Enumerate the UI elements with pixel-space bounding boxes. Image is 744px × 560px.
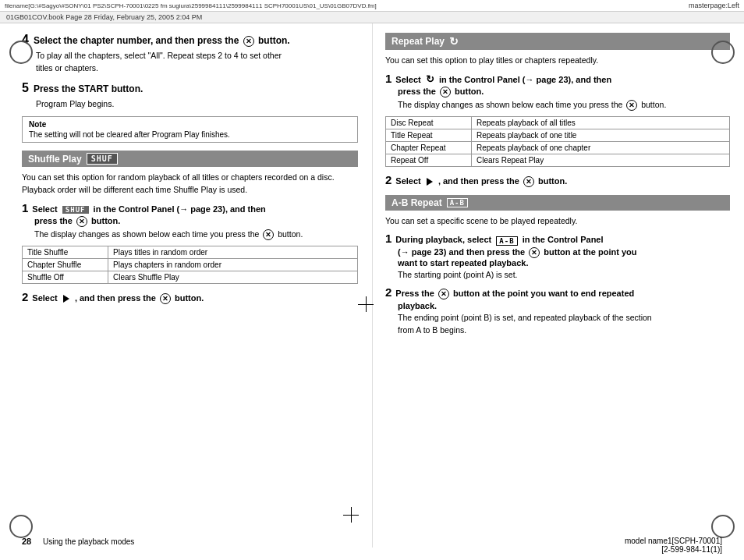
repeat-step-2-heading: 2 Select , and then press the ✕ button. — [385, 173, 730, 187]
footer-left: 28 Using the playback modes — [22, 537, 134, 554]
ab-step-1-text: During playback, select A-B in the Contr… — [395, 235, 603, 245]
shuffle-table: Title ShufflePlays titles in random orde… — [22, 246, 358, 284]
shuffle-title: Shuffle Play — [28, 154, 82, 165]
shuf-x-icon: ✕ — [76, 216, 87, 227]
step-5-heading: 5 Press the START button. — [22, 81, 358, 95]
ab-step-2-body: The ending point (point B) is set, and r… — [398, 312, 730, 337]
step-4-x-icon: ✕ — [243, 36, 254, 47]
deco-circle-bottomleft — [9, 515, 33, 538]
step-5-body: Program Play begins. — [36, 98, 358, 111]
ab-step-1-heading2: (→ page 23) and then press the ✕ button … — [398, 247, 730, 258]
table-cell-col1: Title Shuffle — [23, 246, 108, 258]
masterpage-text: masterpage:Left — [689, 2, 739, 9]
repeat-step-1: 1 Select ↻ in the Control Panel (→ page … — [385, 72, 730, 112]
filename-bar: filename[G:\#Sagyo\#SONY\01 PS2\SCPH-700… — [0, 0, 744, 12]
repeat-curved-icon: ↻ — [426, 73, 434, 85]
note-box: Note The setting will not be cleared aft… — [22, 116, 358, 143]
repeat-table: Disc RepeatRepeats playback of all title… — [385, 116, 730, 167]
table-cell-col1: Title Repeat — [386, 129, 472, 141]
filebar-text: 01GB01COV.book Page 28 Friday, February … — [6, 13, 202, 21]
repeat-step-1-heading2: press the ✕ button. — [398, 87, 730, 97]
shuf-inline-badge: SHUF — [62, 206, 89, 214]
repeat-step-1-num: 1 — [385, 72, 391, 85]
note-label: Note — [29, 120, 351, 129]
repeat-desc: You can set this option to play titles o… — [385, 55, 730, 67]
step-4-heading: 4 Select the chapter number, and then pr… — [22, 33, 358, 47]
table-cell-col2: Plays titles in random order — [108, 246, 358, 258]
ab-step-2-num: 2 — [385, 285, 391, 299]
repeat-step-2: 2 Select , and then press the ✕ button. — [385, 173, 730, 187]
file-bar: 01GB01COV.book Page 28 Friday, February … — [0, 12, 744, 23]
repeat-section: Repeat Play ↻ You can set this option to… — [385, 33, 730, 187]
ab-step-1-body: The starting point (point A) is set. — [398, 269, 730, 282]
step-4: 4 Select the chapter number, and then pr… — [22, 33, 358, 75]
ab-section: A-B Repeat A-B You can set a specific sc… — [385, 195, 730, 337]
repeat-step-1-heading: 1 Select ↻ in the Control Panel (→ page … — [385, 72, 730, 85]
ab-x-icon2: ✕ — [438, 289, 449, 299]
shuffle-step-1-heading: 1 Select SHUF in the Control Panel (→ pa… — [22, 201, 358, 214]
shuffle-step-1-text: Select SHUF in the Control Panel (→ page… — [32, 204, 265, 214]
ab-badge: A-B — [447, 198, 468, 207]
repeat-x-icon3: ✕ — [523, 176, 534, 187]
table-cell-col1: Shuffle Off — [23, 271, 108, 283]
repeat-step-1-text: Select ↻ in the Control Panel (→ page 23… — [395, 73, 611, 85]
table-cell-col2: Repeats playback of all titles — [472, 116, 730, 129]
repeat-x-icon: ✕ — [440, 87, 451, 97]
table-row: Title ShufflePlays titles in random orde… — [23, 246, 358, 258]
table-row: Chapter ShufflePlays chapters in random … — [23, 258, 358, 271]
table-cell-col2: Plays chapters in random order — [108, 258, 358, 271]
shuffle-step-1-heading2: press the ✕ button. — [34, 216, 358, 227]
crosshair-left — [358, 296, 374, 312]
shuffle-step-1-num: 1 — [22, 201, 28, 214]
shuffle-step-2: 2 Select , and then press the ✕ button. — [22, 290, 358, 304]
page-number: 28 — [22, 537, 31, 546]
ab-inline-badge: A-B — [496, 236, 517, 246]
table-row: Disc RepeatRepeats playback of all title… — [386, 116, 730, 129]
shuf-x-icon3: ✕ — [160, 293, 171, 304]
play-icon-repeat — [427, 178, 433, 186]
repeat-step-2-text: Select , and then press the ✕ button. — [395, 176, 567, 187]
table-row: Title RepeatRepeats playback of one titl… — [386, 129, 730, 141]
table-cell-col1: Disc Repeat — [386, 116, 472, 129]
table-cell-col1: Chapter Repeat — [386, 141, 472, 154]
shuffle-section: Shuffle Play SHUF You can set this optio… — [22, 151, 358, 303]
table-cell-col1: Repeat Off — [386, 154, 472, 166]
ab-desc: You can set a specific scene to be playe… — [385, 215, 730, 228]
ab-x-icon: ✕ — [529, 247, 540, 258]
shuf-x-icon2: ✕ — [263, 229, 274, 240]
note-text: The setting will not be cleared after Pr… — [29, 130, 351, 139]
shuffle-step-1-body: The display changes as shown below each … — [34, 229, 358, 241]
shuffle-step-2-text: Select , and then press the ✕ button. — [32, 293, 204, 304]
step-5: 5 Press the START button. Program Play b… — [22, 81, 358, 111]
shuffle-desc: You can set this option for random playb… — [22, 172, 358, 197]
ab-step-2-heading2: playback. — [398, 301, 730, 310]
ab-header: A-B Repeat A-B — [385, 195, 730, 211]
step-4-text: Select the chapter number, and then pres… — [34, 35, 290, 47]
ab-step-1-num: 1 — [385, 232, 391, 245]
step-4-body: To play all the chapters, select "All". … — [36, 50, 358, 75]
step-5-text: Press the START button. — [34, 83, 143, 94]
repeat-header: Repeat Play ↻ — [385, 33, 730, 50]
table-row: Repeat OffClears Repeat Play — [386, 154, 730, 166]
footer-model: model name1[SCPH-70001] — [625, 537, 722, 545]
repeat-icon: ↻ — [449, 35, 459, 48]
ab-step-1-heading3: want to start repeated playback. — [398, 258, 730, 268]
shuffle-step-2-num: 2 — [22, 290, 28, 303]
table-row: Chapter RepeatRepeats playback of one ch… — [386, 141, 730, 154]
footer-product-code: [2-599-984-11(1)] — [625, 545, 722, 554]
shuffle-header: Shuffle Play SHUF — [22, 151, 358, 167]
ab-title: A-B Repeat — [391, 197, 442, 208]
play-icon-shuffle — [63, 295, 69, 303]
shuffle-step-1: 1 Select SHUF in the Control Panel (→ pa… — [22, 201, 358, 241]
left-column: 4 Select the chapter number, and then pr… — [0, 23, 373, 548]
table-cell-col2: Clears Repeat Play — [472, 154, 730, 166]
deco-circle-topright — [711, 41, 735, 64]
shuf-badge: SHUF — [87, 153, 118, 165]
table-cell-col2: Clears Shuffle Play — [108, 271, 358, 283]
repeat-x-icon2: ✕ — [626, 100, 637, 111]
table-row: Shuffle OffClears Shuffle Play — [23, 271, 358, 283]
deco-circle-bottomright — [711, 515, 735, 538]
right-column: Repeat Play ↻ You can set this option to… — [373, 23, 744, 548]
footer: 28 Using the playback modes model name1[… — [0, 537, 744, 554]
crosshair-bottom — [343, 507, 359, 523]
